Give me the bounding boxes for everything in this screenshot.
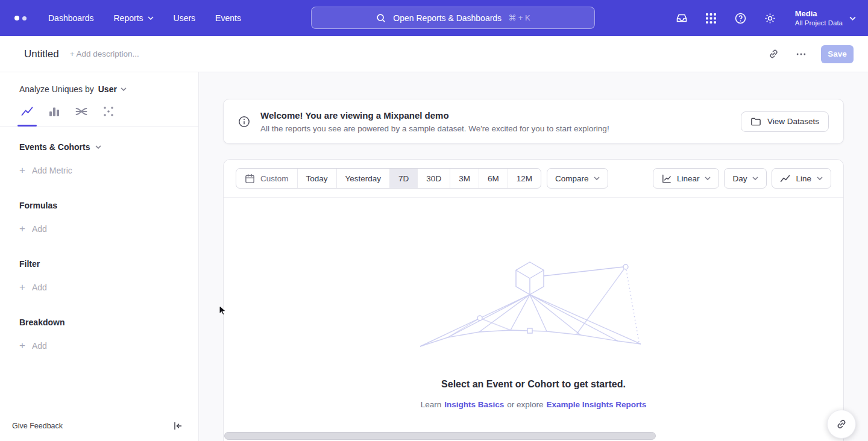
plus-icon: +	[19, 342, 25, 350]
project-info: Media All Project Data	[795, 9, 843, 27]
save-button[interactable]: Save	[821, 45, 854, 63]
tab-line-chart[interactable]	[20, 105, 34, 126]
example-insights-reports-link[interactable]: Example Insights Reports	[546, 400, 646, 409]
sidebar-footer: Give Feedback	[0, 416, 198, 441]
welcome-banner-text: Welcome! You are viewing a Mixpanel demo…	[260, 110, 609, 133]
welcome-title: Welcome! You are viewing a Mixpanel demo	[260, 110, 609, 120]
line-type-icon	[780, 175, 790, 183]
date-range-custom[interactable]: Custom	[236, 169, 298, 188]
formulas-section-title: Formulas	[19, 201, 184, 210]
chevron-down-icon	[148, 16, 154, 20]
scale-dropdown[interactable]: Linear	[653, 168, 720, 189]
date-range-30d[interactable]: 30D	[418, 169, 450, 188]
analyze-by-value: User	[98, 84, 117, 94]
global-search[interactable]: Open Reports & Dashboards ⌘ + K	[311, 7, 595, 29]
more-icon[interactable]	[793, 46, 809, 62]
chart-type-dropdown[interactable]: Line	[772, 168, 831, 189]
plus-icon: +	[19, 166, 25, 175]
date-range-7d[interactable]: 7D	[390, 169, 418, 188]
add-description[interactable]: + Add description...	[70, 49, 139, 58]
help-icon[interactable]	[734, 11, 748, 25]
breakdown-section-title: Breakdown	[19, 317, 184, 327]
add-metric-label: Add Metric	[32, 166, 72, 175]
analyze-by-dropdown[interactable]: User	[98, 84, 127, 94]
scale-label: Linear	[677, 174, 700, 183]
horizontal-scrollbar[interactable]	[224, 432, 656, 440]
report-card: Custom Today Yesterday 7D 30D 3M 6M 12M …	[223, 159, 844, 441]
collapse-sidebar-icon[interactable]	[173, 421, 183, 431]
tab-scatter[interactable]	[102, 105, 115, 126]
give-feedback-link[interactable]: Give Feedback	[12, 422, 63, 430]
date-range-6m[interactable]: 6M	[479, 169, 508, 188]
project-name: Media	[795, 9, 843, 19]
nav-item-users[interactable]: Users	[174, 13, 196, 23]
header-actions: Save	[766, 45, 854, 63]
add-metric-button[interactable]: + Add Metric	[19, 166, 184, 175]
empty-state: Select an Event or Cohort to get started…	[224, 198, 843, 409]
nav-items: Dashboards Reports Users Events	[48, 13, 241, 23]
apps-grid-icon[interactable]	[704, 11, 719, 25]
compare-button[interactable]: Compare	[547, 168, 609, 189]
chevron-down-icon	[817, 177, 823, 180]
link-icon[interactable]	[766, 46, 781, 62]
add-breakdown-button[interactable]: + Add	[19, 341, 184, 351]
add-formula-label: Add	[32, 224, 47, 234]
plus-icon: +	[19, 283, 25, 292]
nav-item-events[interactable]: Events	[215, 13, 241, 23]
date-range-3m[interactable]: 3M	[450, 169, 479, 188]
chevron-down-icon	[849, 16, 856, 20]
report-title[interactable]: Untitled	[24, 48, 59, 60]
date-range-today[interactable]: Today	[298, 169, 337, 188]
chevron-down-icon	[752, 177, 758, 180]
date-range-yesterday[interactable]: Yesterday	[337, 169, 391, 188]
chevron-down-icon	[121, 87, 127, 91]
link-icon	[835, 418, 848, 430]
logo-dot	[14, 16, 19, 20]
interval-dropdown[interactable]: Day	[724, 168, 767, 189]
analyze-uniques-row: Analyze Uniques by User	[19, 84, 184, 94]
gear-icon[interactable]	[763, 11, 778, 25]
add-filter-label: Add	[32, 283, 47, 292]
date-range-12m[interactable]: 12M	[508, 169, 541, 188]
share-link-fab[interactable]	[827, 410, 856, 439]
logo-dot	[22, 16, 27, 20]
search-shortcut: ⌘ + K	[508, 13, 530, 22]
main-content: Welcome! You are viewing a Mixpanel demo…	[199, 72, 868, 441]
events-cohorts-label: Events & Cohorts	[19, 142, 90, 152]
filter-section-title: Filter	[19, 259, 184, 269]
project-scope: All Project Data	[795, 19, 843, 27]
empty-state-illustration	[419, 258, 648, 351]
info-icon	[238, 116, 250, 128]
add-filter-button[interactable]: + Add	[19, 283, 184, 292]
line-chart-tab-icon	[20, 105, 34, 118]
nav-item-reports[interactable]: Reports	[114, 13, 154, 23]
search-placeholder: Open Reports & Dashboards	[393, 13, 502, 23]
inbox-icon[interactable]	[675, 11, 689, 25]
scatter-tab-icon	[102, 105, 115, 118]
tab-sankey[interactable]	[75, 105, 88, 126]
add-formula-button[interactable]: + Add	[19, 224, 184, 234]
chevron-down-icon	[95, 145, 101, 149]
nav-right-cluster: Media All Project Data	[675, 9, 856, 27]
bar-chart-tab-icon	[48, 105, 61, 118]
chart-type-label: Line	[796, 174, 811, 183]
project-switcher[interactable]: Media All Project Data	[795, 9, 856, 27]
chevron-down-icon	[705, 177, 711, 180]
or-explore-text: or explore	[507, 400, 543, 409]
insights-basics-link[interactable]: Insights Basics	[444, 400, 504, 409]
sankey-tab-icon	[75, 105, 88, 118]
date-range-custom-label: Custom	[260, 174, 289, 183]
analyze-label: Analyze Uniques by	[19, 84, 94, 94]
events-cohorts-section-title[interactable]: Events & Cohorts	[19, 142, 184, 152]
query-builder-sidebar: Analyze Uniques by User	[0, 72, 199, 441]
view-datasets-button[interactable]: View Datasets	[741, 111, 829, 132]
plus-icon: +	[19, 225, 25, 233]
view-datasets-label: View Datasets	[767, 117, 819, 126]
content-shell: Analyze Uniques by User	[0, 72, 868, 441]
chevron-down-icon	[594, 177, 600, 180]
date-range-segmented-control: Custom Today Yesterday 7D 30D 3M 6M 12M	[236, 168, 541, 189]
interval-label: Day	[732, 174, 747, 183]
tab-bar-chart[interactable]	[48, 105, 61, 126]
mixpanel-logo[interactable]	[14, 16, 39, 20]
nav-item-dashboards[interactable]: Dashboards	[48, 13, 94, 23]
